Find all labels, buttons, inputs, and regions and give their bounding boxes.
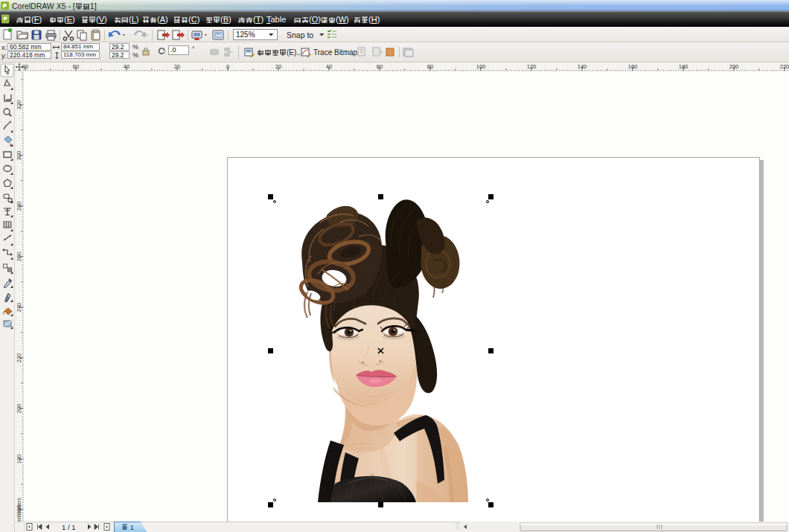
svg-text:80: 80	[22, 63, 28, 70]
svg-text:20: 20	[174, 63, 180, 70]
svg-text:280: 280	[16, 202, 22, 211]
svg-text:40: 40	[124, 63, 130, 70]
svg-text:40: 40	[326, 63, 332, 70]
svg-text:180: 180	[16, 455, 22, 464]
svg-text:160: 160	[628, 63, 638, 70]
svg-text:140: 140	[578, 63, 587, 70]
svg-text:300: 300	[16, 151, 22, 161]
svg-text:220: 220	[780, 63, 789, 70]
svg-text:millimeters: millimeters	[16, 498, 22, 523]
svg-text:120: 120	[527, 63, 537, 70]
svg-text:180: 180	[679, 63, 689, 70]
svg-text:260: 260	[16, 252, 22, 262]
svg-text:240: 240	[16, 303, 22, 313]
svg-text:0: 0	[226, 63, 229, 70]
svg-text:1 / 1: 1 / 1	[62, 523, 76, 531]
svg-text:200: 200	[729, 63, 739, 70]
svg-text:80: 80	[427, 63, 433, 70]
svg-text:20: 20	[275, 63, 281, 70]
svg-text:100: 100	[476, 63, 486, 70]
svg-text:60: 60	[377, 63, 383, 70]
svg-text:60: 60	[73, 63, 79, 70]
svg-text:200: 200	[16, 404, 22, 414]
svg-text:320: 320	[16, 100, 22, 110]
svg-text:220: 220	[16, 353, 22, 363]
